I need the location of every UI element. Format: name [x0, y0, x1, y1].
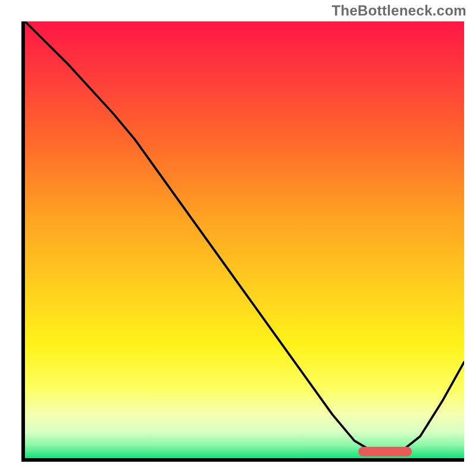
chart-line-series [25, 21, 464, 454]
chart-overlay [25, 21, 464, 458]
chart-axes-frame [21, 21, 464, 462]
watermark-text: TheBottleneck.com [332, 2, 466, 19]
page-root: TheBottleneck.com [0, 0, 476, 476]
chart-plot-area [25, 21, 464, 458]
